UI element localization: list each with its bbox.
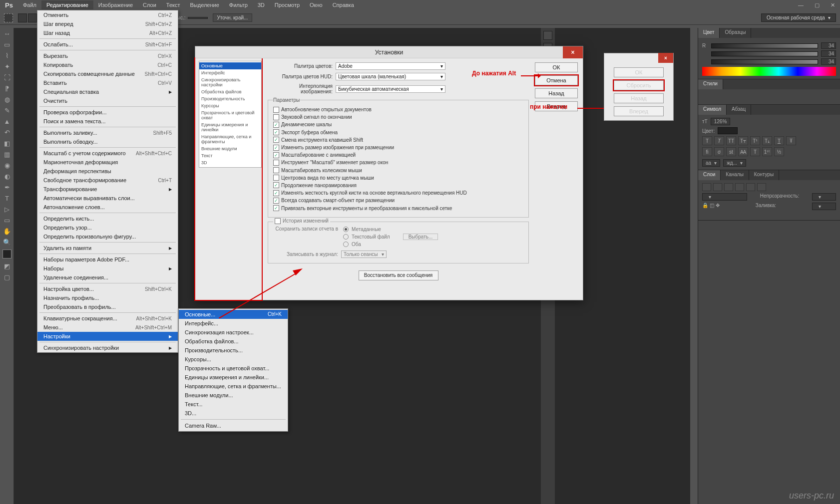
menu-filter[interactable]: Фильтр: [224, 0, 253, 9]
history-radio-metadata[interactable]: [343, 227, 349, 232]
menu-item-синхронизировать-настройки[interactable]: Синхронизировать настройки▶: [37, 343, 178, 352]
choose-button[interactable]: Выбрать...: [403, 234, 438, 240]
menu-item-масштаб-с-учетом-содержимого[interactable]: Масштаб с учетом содержимогоAlt+Shift+Ct…: [37, 149, 178, 158]
filter-adjust-icon[interactable]: [724, 183, 733, 191]
path-select-icon[interactable]: ▷: [0, 204, 14, 215]
prefs-check-4[interactable]: ✓: [273, 137, 279, 143]
submenu-item-производительность-[interactable]: Производительность...: [179, 346, 288, 355]
move-tool-icon[interactable]: ↔: [0, 28, 14, 39]
menu-item-отменить[interactable]: ОтменитьCtrl+Z: [37, 10, 178, 19]
menu-item-специальная-вставка[interactable]: Специальная вставка▶: [37, 87, 178, 96]
b-slider[interactable]: [711, 59, 818, 64]
minimize-icon[interactable]: —: [795, 2, 807, 8]
submenu-item-прозрачность-и-цветовой-охват-[interactable]: Прозрачность и цветовой охват...: [179, 364, 288, 373]
fi-button[interactable]: fi: [702, 147, 712, 156]
pen-tool-icon[interactable]: ✒: [0, 182, 14, 193]
stamp-tool-icon[interactable]: ▲: [0, 116, 14, 127]
prefs-check-7[interactable]: [273, 160, 279, 166]
dodge-tool-icon[interactable]: ◐: [0, 171, 14, 182]
prefs-check-10[interactable]: ✓: [273, 182, 279, 188]
prefs-check-12[interactable]: ✓: [273, 198, 279, 204]
r-slider[interactable]: [711, 43, 818, 48]
screen-mode-icon[interactable]: ▢: [0, 271, 14, 282]
prefs-check-9[interactable]: [273, 175, 279, 181]
menu-item-автоматически-выравнивать-слои-[interactable]: Автоматически выравнивать слои...: [37, 194, 178, 203]
prefs-cancel-button[interactable]: Отмена: [535, 75, 578, 85]
menu-item-настройка-цветов-[interactable]: Настройка цветов...Shift+Ctrl+K: [37, 284, 178, 293]
menu-layers[interactable]: Слои: [138, 0, 161, 9]
prefs-cat-9[interactable]: Внешние модули: [199, 145, 261, 152]
menu-item-свободное-трансформирование[interactable]: Свободное трансформированиеCtrl+T: [37, 176, 178, 185]
menu-item-наборы[interactable]: Наборы▶: [37, 264, 178, 273]
prefs-select-2[interactable]: Бикубическая автоматическая▾: [336, 85, 445, 93]
alt-forward-button[interactable]: Вперед: [614, 106, 664, 116]
menu-edit[interactable]: Редактирование: [41, 0, 93, 9]
eyedropper-tool-icon[interactable]: ⁋: [0, 83, 14, 94]
menu-file[interactable]: Файл: [18, 0, 41, 9]
menu-item-трансформирование[interactable]: Трансформирование▶: [37, 185, 178, 194]
submenu-item-текст-[interactable]: Текст...: [179, 400, 288, 409]
menu-item-вставить[interactable]: ВставитьCtrl+V: [37, 78, 178, 87]
prefs-cat-6[interactable]: Прозрачность и цветовой охват: [199, 109, 261, 121]
submenu-item-обработка-файлов-[interactable]: Обработка файлов...: [179, 337, 288, 346]
quick-mask-icon[interactable]: ◩: [0, 260, 14, 271]
menu-item-клавиатурные-сокращения-[interactable]: Клавиатурные сокращения...Alt+Shift+Ctrl…: [37, 314, 178, 323]
tab-styles[interactable]: Стили: [698, 79, 723, 89]
alt-reset-button[interactable]: Сбросить: [614, 80, 664, 90]
menu-item-выполнить-обводку-[interactable]: Выполнить обводку...: [37, 137, 178, 146]
menu-item-настройки[interactable]: Настройки▶: [37, 332, 178, 341]
menu-item-удаленные-соединения-[interactable]: Удаленные соединения...: [37, 273, 178, 282]
history-enable-checkbox[interactable]: [275, 218, 281, 224]
tab-swatches[interactable]: Образцы: [720, 28, 751, 38]
workspace-select[interactable]: Основная рабочая среда▾: [761, 13, 836, 22]
zoom-tool-icon[interactable]: 🔍: [0, 237, 14, 248]
menu-3d[interactable]: 3D: [253, 0, 270, 9]
filter-smart-icon[interactable]: [757, 183, 766, 191]
history-radio-both[interactable]: [343, 242, 349, 247]
filter-shape-icon[interactable]: [746, 183, 755, 191]
menu-item-марионеточная-деформация[interactable]: Марионеточная деформация: [37, 158, 178, 167]
menu-item-деформация-перспективы[interactable]: Деформация перспективы: [37, 167, 178, 176]
prefs-check-2[interactable]: ✓: [273, 122, 279, 128]
menu-item-определить-узор-[interactable]: Определить узор...: [37, 223, 178, 232]
alt-close-button[interactable]: ×: [658, 53, 673, 63]
filter-kind-icon[interactable]: [702, 183, 711, 191]
submenu-item-3d-[interactable]: 3D...: [179, 409, 288, 418]
history-radio-textfile[interactable]: [343, 234, 349, 240]
menu-item-наборы-параметров-adobe-pdf-[interactable]: Наборы параметров Adobe PDF...: [37, 255, 178, 264]
wand-tool-icon[interactable]: ✦: [0, 61, 14, 72]
prefs-cat-0[interactable]: Основные: [199, 62, 261, 69]
menu-item-шаг-назад[interactable]: Шаг назадAlt+Ctrl+Z: [37, 28, 178, 37]
superscript-button[interactable]: T¹: [750, 136, 760, 145]
prefs-cat-7[interactable]: Единицы измерения и линейки: [199, 121, 261, 133]
menu-item-вырезать[interactable]: ВырезатьCtrl+X: [37, 51, 178, 60]
gradient-tool-icon[interactable]: ▥: [0, 149, 14, 160]
g-slider[interactable]: [711, 51, 818, 56]
shape-tool-icon[interactable]: ▭: [0, 215, 14, 226]
bold-button[interactable]: T: [702, 136, 712, 145]
prefs-cat-10[interactable]: Текст: [199, 152, 261, 159]
text-color-swatch[interactable]: [718, 127, 738, 134]
history-brush-icon[interactable]: ↶: [0, 127, 14, 138]
st-button[interactable]: st: [726, 147, 736, 156]
menu-item-ослабить-[interactable]: Ослабить...Shift+Ctrl+F: [37, 40, 178, 49]
menu-item-поиск-и-замена-текста-[interactable]: Поиск и замена текста...: [37, 117, 178, 126]
hue-strip[interactable]: [702, 67, 836, 76]
tab-character[interactable]: Символ: [698, 105, 727, 115]
blur-tool-icon[interactable]: ◉: [0, 160, 14, 171]
lang-select[interactable]: жд...▾: [723, 159, 746, 167]
prefs-close-button[interactable]: ×: [563, 46, 583, 58]
opacity-input[interactable]: ▾: [812, 193, 836, 201]
close-icon[interactable]: ✕: [828, 2, 838, 8]
prefs-select-0[interactable]: Adobe▾: [336, 62, 445, 70]
restore-messages-button[interactable]: Восстановить все сообщения: [359, 270, 438, 280]
prefs-check-6[interactable]: ✓: [273, 152, 279, 158]
underline-button[interactable]: T: [774, 136, 784, 145]
submenu-item-основные-[interactable]: Основные...Ctrl+K: [179, 310, 288, 319]
menu-item-назначить-профиль-[interactable]: Назначить профиль...: [37, 293, 178, 302]
prefs-cat-4[interactable]: Производительность: [199, 95, 261, 102]
crop-tool-icon[interactable]: ⛶: [0, 72, 14, 83]
marquee-tool-icon[interactable]: ▭: [0, 39, 14, 50]
blend-mode-select[interactable]: ▾: [702, 193, 747, 201]
lock-pixels-icon[interactable]: ◫: [710, 203, 714, 210]
